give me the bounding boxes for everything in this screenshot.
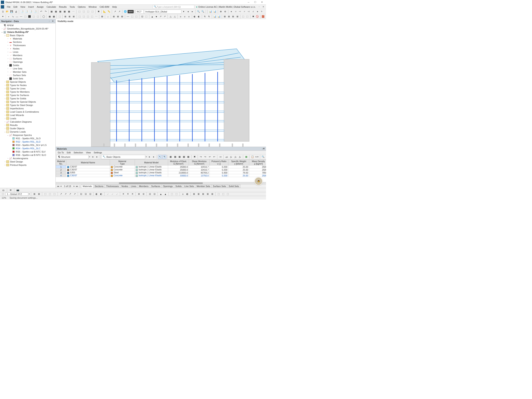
tree-nodes[interactable]: ›•Nodes	[0, 47, 56, 50]
toolbar-icon[interactable]: ⊞	[68, 14, 71, 19]
tree-openings[interactable]: ›⬚Openings	[0, 60, 56, 63]
tree-rs-item[interactable]: RS5 - Spettro cat B NTC SLV	[0, 150, 56, 153]
toolbar-icon[interactable]: 📂	[5, 10, 9, 14]
prev-icon[interactable]: ◂	[147, 155, 151, 159]
snap-icon[interactable]: ↗	[63, 192, 68, 196]
toolbar-icon[interactable]: ⋯	[94, 14, 98, 19]
tree-file-active[interactable]: ⌄🏢Volano Building.rf6*	[0, 30, 56, 34]
toolbar-icon[interactable]: ▦	[52, 14, 56, 19]
toolbar-icon[interactable]: 💾	[10, 10, 14, 14]
snap-icon[interactable]: ◐	[185, 192, 190, 196]
toolbar-icon[interactable]: ⊞	[120, 14, 124, 19]
assistant-avatar[interactable]: 👩	[254, 177, 263, 185]
fx-icon[interactable]: fx	[238, 155, 242, 159]
tree-imperfections[interactable]: ›Imperfections	[0, 107, 56, 110]
col-header[interactable]: Material Model	[135, 160, 168, 165]
snap-icon[interactable]: ⟋	[110, 192, 114, 196]
view--z-icon[interactable]: -Z	[251, 10, 255, 14]
toolbar-icon[interactable]: ↗	[113, 10, 117, 14]
combo-dropdown-icon[interactable]: ▾	[182, 10, 186, 14]
toolbar-icon[interactable]: ⬚	[90, 10, 95, 14]
snap-icon[interactable]: ⬚	[43, 192, 47, 196]
snap-icon[interactable]: ◐	[99, 192, 103, 196]
view--y-icon[interactable]: -Y	[242, 10, 247, 14]
col-header[interactable]: Modulus of Elast.E [N/mm²]	[168, 160, 189, 165]
tab-sections[interactable]: Sections	[93, 184, 105, 188]
tree-types-for-solids[interactable]: ›Types for Solids	[0, 97, 56, 100]
tree-load-cases-&-combinations[interactable]: ›Load Cases & Combinations	[0, 110, 56, 114]
view-+z-icon[interactable]: +Z	[247, 10, 251, 14]
menu-results[interactable]: Results	[57, 6, 68, 8]
fx-icon[interactable]: fx	[234, 155, 238, 159]
grid-icon[interactable]: ▦	[177, 155, 181, 159]
snap-icon[interactable]: ⊞	[37, 192, 41, 196]
toolbar-icon[interactable]: ≡	[187, 14, 191, 19]
window-restore-icon[interactable]: ▫	[257, 5, 261, 9]
toolbar-icon[interactable]: 🗋	[1, 10, 5, 14]
snap-icon[interactable]: ⊡	[79, 192, 83, 196]
toolbar-icon[interactable]: △	[173, 14, 177, 19]
snap-icon[interactable]: ⊞	[201, 192, 205, 196]
snap-icon[interactable]: ≡	[181, 192, 185, 196]
toolbar-icon[interactable]: 📑	[20, 10, 24, 14]
load-combo[interactable]: Inviluppo SLV_Dlubal	[144, 10, 181, 14]
col-header[interactable]: MaterialNo.	[56, 160, 66, 165]
menu-edit[interactable]: Edit	[12, 6, 19, 8]
tab-thicknesses[interactable]: Thicknesses	[105, 184, 120, 188]
toolbar-icon[interactable]: ≡	[178, 14, 183, 19]
tab-materials[interactable]: Materials	[81, 184, 94, 188]
snap-icon[interactable]: ⬚	[226, 192, 230, 196]
menu-help[interactable]: Help	[111, 6, 119, 8]
snap-icon[interactable]: ✕	[126, 192, 130, 196]
tree-sections[interactable]: ›▬Sections	[0, 40, 56, 44]
layers-icon[interactable]: 🗂	[1, 188, 6, 192]
select-mode-icon[interactable]: ↖	[158, 155, 162, 159]
toolbar-icon[interactable]: ▲	[150, 14, 154, 19]
tree-thicknesses[interactable]: ›≡Thicknesses	[0, 44, 56, 47]
toolbar-icon[interactable]: 📑	[29, 10, 33, 14]
toolbar-icon[interactable]: 🖨	[14, 10, 18, 14]
search-icon[interactable]: 🔍	[261, 155, 265, 159]
view-+y-icon[interactable]: +Y	[238, 10, 242, 14]
col-header[interactable]: Mass Densityρ [kg/m³]	[249, 160, 266, 165]
toolbar-icon[interactable]: ⊕	[219, 10, 223, 14]
toolbar-icon[interactable]: ⬛	[28, 14, 32, 19]
import-icon[interactable]: ↩	[208, 155, 212, 159]
tree-types-for-steel-design[interactable]: ›Types for Steel Design	[0, 103, 56, 107]
toolbar-icon[interactable]: ⬚	[86, 10, 90, 14]
tab-solids[interactable]: Solids	[174, 184, 183, 188]
minimize-button[interactable]: ─	[245, 0, 252, 5]
toolbar-icon[interactable]: ⬚	[90, 14, 94, 19]
toolbar-icon[interactable]: ⬚	[241, 14, 245, 19]
toolbar-icon[interactable]: ↯	[207, 14, 211, 19]
navigator-tree[interactable]: 🏗RFEM›📈Gewinkeltes_Bürogebäude_2024-03.r…	[0, 23, 56, 188]
cs-icon[interactable]: ⬚	[1, 192, 5, 196]
toolbar-icon[interactable]: ⋯	[71, 10, 76, 14]
copy-icon[interactable]: 📋	[250, 155, 254, 159]
toolbar-icon[interactable]: ⊡	[140, 14, 144, 19]
menu-insert[interactable]: Insert	[27, 6, 35, 8]
tab-line-sets[interactable]: Line Sets	[183, 184, 195, 188]
tree-calculation-diagrams[interactable]: ›📈Calculation Diagrams	[0, 120, 56, 123]
toolbar-icon[interactable]: 📐	[102, 10, 107, 14]
toolbar-icon[interactable]: ⬚	[130, 14, 134, 19]
toolbar-icon[interactable]: 🧱	[261, 14, 265, 19]
snap-icon[interactable]: ⊡	[83, 192, 88, 196]
tree-solids[interactable]: ›⬛Solids	[0, 63, 56, 67]
grid-icon[interactable]: ▦	[169, 155, 173, 159]
toolbar-icon[interactable]: •	[7, 14, 11, 19]
toolbar-icon[interactable]: 📑	[24, 10, 28, 14]
tree-accelerograms[interactable]: ›📈Accelerograms	[0, 157, 56, 160]
tree-solid-sets[interactable]: ›⬛Solid Sets	[0, 77, 56, 80]
tab-solid-sets[interactable]: Solid Sets	[227, 184, 241, 188]
snap-icon[interactable]: ↗	[68, 192, 72, 196]
tree-steel-design[interactable]: ›Steel Design	[0, 160, 56, 163]
menu-file[interactable]: File	[5, 6, 12, 8]
toolbar-icon[interactable]: ▦	[54, 10, 58, 14]
toolbar-icon[interactable]: 📑	[33, 10, 37, 14]
toolbar-icon[interactable]: ⬚	[32, 14, 36, 19]
excel-icon[interactable]: ▦	[244, 155, 248, 159]
fx-icon[interactable]: fx	[229, 155, 233, 159]
snap-icon[interactable]: ⊞	[210, 192, 214, 196]
toolbar-icon[interactable]: ⊞	[223, 14, 227, 19]
